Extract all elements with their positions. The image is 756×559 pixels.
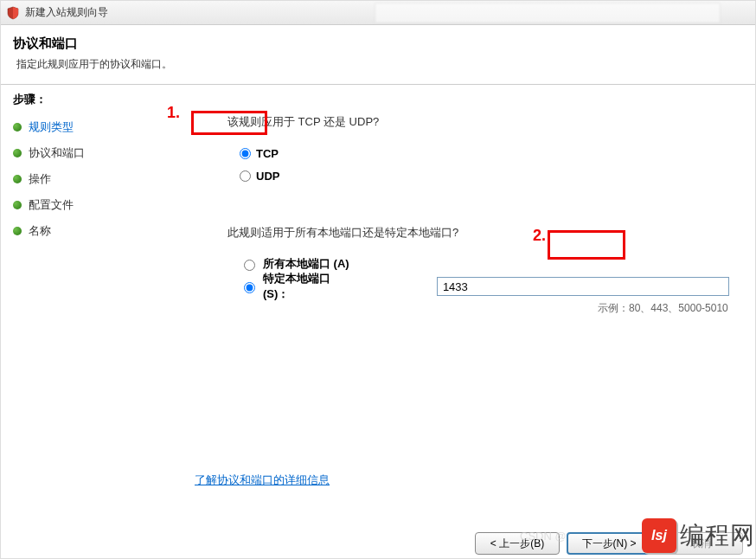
bullet-icon xyxy=(13,123,22,132)
radio-udp[interactable]: UDP xyxy=(240,164,729,187)
step-profile[interactable]: 配置文件 xyxy=(13,192,183,218)
wizard-footer: < 上一步(B) 下一步(N) > 取消 xyxy=(475,532,743,555)
wizard-content: 1. 该规则应用于 TCP 还是 UDP? TCP UDP 此规则适用于所有本地… xyxy=(183,85,755,519)
step-rule-type[interactable]: 规则类型 xyxy=(13,114,183,140)
radio-specific-ports-input[interactable] xyxy=(244,282,255,293)
protocol-radio-group: TCP UDP xyxy=(240,142,729,187)
steps-sidebar: 步骤： 规则类型 协议和端口 操作 配置文件 名称 xyxy=(1,85,183,519)
learn-more-link[interactable]: 了解协议和端口的详细信息 xyxy=(195,472,330,488)
radio-tcp[interactable]: TCP xyxy=(240,142,729,164)
bullet-icon xyxy=(13,201,22,209)
csdn-watermark: CSDN @ xyxy=(520,530,567,543)
radio-specific-ports-row: 特定本地端口 (S)： xyxy=(240,275,729,298)
step-action[interactable]: 操作 xyxy=(13,166,183,192)
radio-tcp-input[interactable] xyxy=(240,148,251,159)
step-name[interactable]: 名称 xyxy=(13,218,183,244)
step-protocol-ports[interactable]: 协议和端口 xyxy=(13,140,183,166)
bullet-icon xyxy=(13,227,22,235)
bullet-icon xyxy=(13,175,22,183)
page-subtitle: 指定此规则应用于的协议和端口。 xyxy=(13,57,743,72)
radio-all-ports-input[interactable] xyxy=(244,260,255,271)
radio-specific-ports-label: 特定本地端口 (S)： xyxy=(263,271,354,302)
radio-udp-input[interactable] xyxy=(240,170,251,182)
cancel-button[interactable]: 取消 xyxy=(658,532,743,555)
blurred-header-decoration xyxy=(375,3,721,23)
port-example-text: 示例：80、443、5000-5010 xyxy=(598,301,729,316)
radio-tcp-label: TCP xyxy=(256,147,279,160)
shield-icon xyxy=(6,6,20,20)
bullet-icon xyxy=(13,149,22,157)
step-label: 配置文件 xyxy=(29,197,74,213)
step-label: 协议和端口 xyxy=(29,145,85,161)
page-title: 协议和端口 xyxy=(13,35,743,52)
annotation-2: 2. xyxy=(533,227,546,245)
steps-heading: 步骤： xyxy=(13,92,183,107)
wizard-window: 新建入站规则向导 协议和端口 指定此规则应用于的协议和端口。 步骤： 规则类型 … xyxy=(0,0,756,559)
radio-all-ports-label: 所有本地端口 (A) xyxy=(263,256,349,272)
step-label: 操作 xyxy=(29,171,51,187)
radio-udp-label: UDP xyxy=(256,170,279,183)
specific-ports-input[interactable] xyxy=(437,277,729,296)
step-label: 名称 xyxy=(29,223,51,239)
step-label: 规则类型 xyxy=(29,119,74,135)
wizard-body: 步骤： 规则类型 协议和端口 操作 配置文件 名称 1. 该规则应用于 TCP … xyxy=(1,85,755,519)
protocol-question: 该规则应用于 TCP 还是 UDP? xyxy=(227,114,729,130)
wizard-header: 协议和端口 指定此规则应用于的协议和端口。 xyxy=(1,25,755,85)
port-question: 此规则适用于所有本地端口还是特定本地端口? xyxy=(227,225,729,241)
window-title: 新建入站规则向导 xyxy=(25,5,108,20)
next-button[interactable]: 下一步(N) > xyxy=(567,532,651,555)
annotation-1: 1. xyxy=(167,104,180,122)
